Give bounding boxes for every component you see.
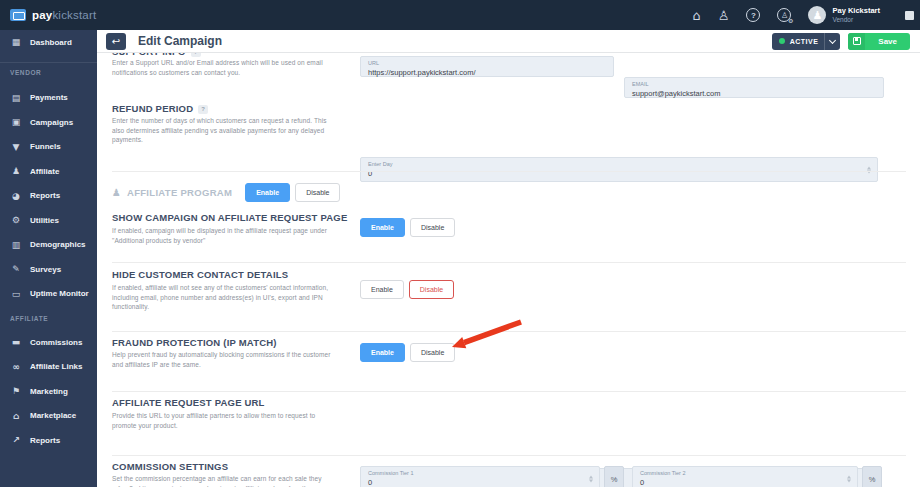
commission-tier1-label: Commission Tier 1 xyxy=(368,470,592,476)
support-url-value: https://support.paykickstart.com/ xyxy=(368,68,606,77)
uptime-monitor-icon: ▭ xyxy=(10,289,22,299)
fraud-disable-button[interactable]: Disable xyxy=(410,343,455,362)
account-person-icon: ♙ xyxy=(781,11,788,20)
show-campaign-disable-button[interactable]: Disable xyxy=(410,218,455,237)
support-info-desc: Enter a Support URL and/or Email address… xyxy=(112,58,377,77)
sidebar-item-label: Funnels xyxy=(30,142,61,151)
refund-day-input[interactable]: Enter Day 0 xyxy=(360,157,878,182)
status-dot-icon xyxy=(779,38,785,44)
sidebar-item-label: Demographics xyxy=(30,240,86,249)
sidebar-item-label: Surveys xyxy=(30,265,61,274)
refund-day-label: Enter Day xyxy=(368,161,870,167)
sidebar-section-affiliate: AFFILIATE xyxy=(0,312,97,324)
page-title: Edit Campaign xyxy=(138,34,222,48)
main-area: ↩ Edit Campaign ACTIVE Save SUPPORT INFO… xyxy=(97,30,920,487)
hide-contact-heading: HIDE CUSTOMER CONTACT DETAILS xyxy=(112,269,288,280)
logo-text-kickstart: kickstart xyxy=(52,9,96,21)
marketplace-store-icon: ⌂ xyxy=(10,411,22,421)
account-gear-icon: ⚙ xyxy=(788,17,793,24)
marketplace-icon[interactable]: ⌂ xyxy=(693,9,701,22)
affiliate-links-icon: ∞ xyxy=(10,362,22,372)
sidebar-item-utilities[interactable]: ⚙ Utilities xyxy=(0,208,97,233)
commission-tier1-input[interactable]: Commission Tier 1 0 xyxy=(360,466,600,487)
fraud-protection-desc: Help prevent fraud by automatically bloc… xyxy=(112,350,377,369)
affiliate-program-title: AFFILIATE PROGRAM xyxy=(127,187,232,198)
sidebar-item-demographics[interactable]: ▥ Demographics xyxy=(0,233,97,258)
support-url-label: URL xyxy=(368,60,606,66)
sidebar-item-surveys[interactable]: ✎ Surveys xyxy=(0,257,97,282)
status-label: ACTIVE xyxy=(790,38,819,45)
affiliate-program-disable-button[interactable]: Disable xyxy=(295,183,340,202)
sidebar-item-label: Affiliate Links xyxy=(30,362,82,371)
paykickstart-logo[interactable]: paykickstart xyxy=(10,9,96,21)
save-button[interactable]: Save xyxy=(848,33,910,50)
fraud-protection-heading: FRAUND PROTECTION (IP MATCH) xyxy=(112,337,277,348)
sidebar-item-funnels[interactable]: ▼ Funnels xyxy=(0,135,97,160)
support-url-input[interactable]: URL https://support.paykickstart.com/ xyxy=(360,56,614,77)
show-campaign-enable-button[interactable]: Enable xyxy=(360,218,405,237)
topbar: paykickstart ⌂ ♙ ? ♙ ⚙ ♟ Pay Kickstart V… xyxy=(0,0,920,30)
number-spinner[interactable] xyxy=(847,476,851,483)
commission-tier2-input[interactable]: Commission Tier 2 0 xyxy=(632,466,858,487)
sidebar-item-dashboard[interactable]: ▦ Dashboard xyxy=(0,30,97,55)
sidebar-item-affiliate-reports[interactable]: ↗ Reports xyxy=(0,428,97,453)
sidebar-item-payments[interactable]: ▤ Payments xyxy=(0,86,97,111)
sidebar-item-affiliate-links[interactable]: ∞ Affiliate Links xyxy=(0,355,97,380)
avatar: ♟ xyxy=(808,6,826,24)
funnels-icon: ▼ xyxy=(10,142,22,152)
logo-text-pay: pay xyxy=(32,9,52,21)
sidebar-item-marketing[interactable]: ⚑ Marketing xyxy=(0,379,97,404)
commission-settings-desc: Set the commission percentage an affilia… xyxy=(112,474,377,487)
user-icon[interactable]: ♙ xyxy=(718,9,730,22)
chevron-down-icon xyxy=(829,36,836,43)
request-url-heading: AFFILIATE REQUEST PAGE URL xyxy=(112,397,265,408)
sidebar-item-reports[interactable]: ◕ Reports xyxy=(0,184,97,209)
status-dropdown[interactable]: ACTIVE xyxy=(772,33,841,50)
hide-contact-disable-button[interactable]: Disable xyxy=(409,280,454,299)
sidebar-item-affiliate[interactable]: ♟ Affiliate xyxy=(0,159,97,184)
sidebar-item-label: Marketplace xyxy=(30,411,76,420)
commissions-icon: ▬ xyxy=(10,337,22,347)
sidebar-item-label: Reports xyxy=(30,191,60,200)
reports-chart-icon: ↗ xyxy=(10,435,22,445)
tier2-percent-suffix: % xyxy=(862,466,882,487)
dashboard-icon: ▦ xyxy=(10,37,22,47)
refund-help-badge-icon[interactable]: ? xyxy=(198,105,208,114)
sidebar-item-commissions[interactable]: ▬ Commissions xyxy=(0,330,97,355)
save-icon xyxy=(853,37,861,45)
sidebar-item-marketplace[interactable]: ⌂ Marketplace xyxy=(0,404,97,429)
user-role: Vendor xyxy=(832,16,880,23)
hide-contact-enable-button[interactable]: Enable xyxy=(360,280,404,299)
reports-pie-icon: ◕ xyxy=(10,191,22,201)
help-icon[interactable]: ? xyxy=(746,8,760,22)
commission-tier-inputs: Commission Tier 1 0 % Commission Tier 2 … xyxy=(360,466,882,487)
utilities-icon: ⚙ xyxy=(10,215,22,225)
refund-period-desc: Enter the number of days of which custom… xyxy=(112,116,377,145)
sidebar-item-label: Campaigns xyxy=(30,118,73,127)
hide-contact-desc: If enabled, affiliate will not see any o… xyxy=(112,283,377,312)
sidebar-item-campaigns[interactable]: ▣ Campaigns xyxy=(0,110,97,135)
hide-contact-buttons: Enable Disable xyxy=(360,280,454,299)
section-divider xyxy=(112,262,906,263)
account-settings-icon[interactable]: ♙ ⚙ xyxy=(777,8,791,22)
commission-tier2-label: Commission Tier 2 xyxy=(640,470,850,476)
sidebar-item-uptime-monitor[interactable]: ▭ Uptime Monitor xyxy=(0,282,97,307)
commission-tier2-value: 0 xyxy=(640,478,850,487)
number-spinner[interactable] xyxy=(589,476,593,483)
section-divider xyxy=(112,455,906,456)
sidebar: ▦ Dashboard VENDOR ▤ Payments ▣ Campaign… xyxy=(0,30,97,487)
section-divider xyxy=(112,391,906,392)
demographics-icon: ▥ xyxy=(10,240,22,250)
affiliate-program-enable-button[interactable]: Enable xyxy=(245,183,290,202)
back-button[interactable]: ↩ xyxy=(106,33,126,50)
panel-toggle-icon[interactable] xyxy=(905,11,914,20)
payments-icon: ▤ xyxy=(10,93,22,103)
support-email-label: EMAIL xyxy=(632,81,876,87)
support-email-input[interactable]: EMAIL support@paykickstart.com xyxy=(624,77,884,98)
affiliate-program-icon: ♟ xyxy=(112,187,121,198)
help-badge-icon[interactable]: ? xyxy=(191,53,201,57)
fraud-enable-button[interactable]: Enable xyxy=(360,343,405,362)
show-campaign-buttons: Enable Disable xyxy=(360,218,455,237)
user-menu[interactable]: ♟ Pay Kickstart Vendor xyxy=(808,6,880,24)
sidebar-item-label: Utilities xyxy=(30,216,59,225)
